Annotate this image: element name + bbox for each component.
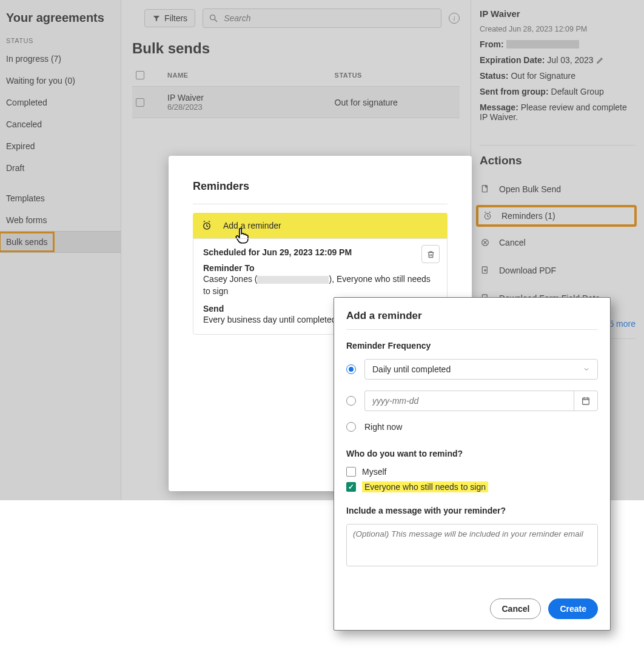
col-name: NAME [167, 72, 335, 79]
table-row[interactable]: IP Waiver 6/28/2023 Out for signature [132, 86, 460, 118]
sidebar-item-templates[interactable]: Templates [0, 187, 121, 209]
create-button[interactable]: Create [548, 598, 598, 619]
freq-radio-now[interactable] [346, 422, 356, 432]
reminder-to-label: Reminder To [203, 263, 437, 273]
group-label: Sent from group: [480, 87, 549, 96]
sidebar-item-inprogress[interactable]: In progress (7) [0, 48, 121, 70]
freq-radio-daily[interactable] [346, 364, 356, 374]
det-title: IP Waiver [480, 8, 636, 19]
cancel-icon [480, 237, 491, 248]
freq-radio-date[interactable] [346, 396, 356, 406]
chk-everyone[interactable] [346, 482, 356, 492]
row-date: 6/28/2023 [167, 102, 335, 112]
select-all-checkbox[interactable] [136, 71, 144, 79]
reminder-to-value: Casey Jones (), Everyone who still needs… [203, 273, 437, 298]
exp-label: Expiration Date: [480, 55, 545, 65]
download-icon [480, 265, 491, 276]
sidebar-item-waiting[interactable]: Waiting for you (0) [0, 70, 121, 92]
sidebar-item-draft[interactable]: Draft [0, 157, 121, 179]
open-icon [480, 184, 491, 195]
page-title: Your agreements [0, 0, 121, 37]
sidebar-item-expired[interactable]: Expired [0, 135, 121, 157]
action-open-bulk-send[interactable]: Open Bulk Send [480, 178, 636, 200]
from-value-redacted [506, 40, 579, 49]
scheduled-label: Scheduled for Jun 29, 2023 12:09 PM [203, 247, 437, 257]
frequency-select[interactable]: Daily until completed [364, 359, 598, 380]
action-reminders[interactable]: Reminders (1) [477, 206, 636, 226]
who-label: Who do you want to remind? [346, 449, 598, 458]
myself-label: Myself [362, 467, 386, 477]
svg-line-1 [215, 19, 217, 22]
sidebar-item-webforms[interactable]: Web forms [0, 209, 121, 231]
clock-icon [201, 220, 212, 231]
message-label: Include a message with your reminder? [346, 506, 598, 515]
message-textarea[interactable] [346, 524, 598, 566]
action-cancel[interactable]: Cancel [480, 232, 636, 253]
popover-title: Add a reminder [346, 310, 598, 330]
row-status: Out for signature [335, 98, 456, 107]
sidebar-item-completed[interactable]: Completed [0, 92, 121, 113]
actions-heading: Actions [480, 145, 636, 167]
info-icon[interactable]: i [449, 13, 460, 24]
clock-icon [482, 210, 493, 221]
status-section-label: STATUS [0, 37, 121, 48]
section-heading: Bulk sends [132, 40, 460, 57]
everyone-label: Everyone who still needs to sign [362, 481, 488, 492]
from-label: From: [480, 39, 504, 49]
group-value: Default Group [551, 87, 604, 96]
chk-myself[interactable] [346, 467, 356, 477]
search-icon [209, 13, 218, 23]
search-input[interactable] [203, 8, 441, 28]
status-label: Status: [480, 71, 508, 81]
date-input[interactable] [364, 390, 574, 411]
add-reminder-popover: Add a reminder Reminder Frequency Daily … [334, 297, 611, 631]
sidebar-item-canceled[interactable]: Canceled [0, 113, 121, 135]
det-created: Created Jun 28, 2023 12:09 PM [480, 25, 636, 33]
filters-button[interactable]: Filters [144, 9, 195, 27]
action-download-pdf[interactable]: Download PDF [480, 260, 636, 281]
col-status: STATUS [335, 72, 456, 79]
svg-rect-5 [482, 267, 487, 273]
svg-rect-8 [583, 398, 589, 404]
row-checkbox[interactable] [136, 98, 144, 107]
filter-icon [152, 14, 161, 22]
status-value: Out for Signature [511, 71, 575, 81]
exp-value: Jul 03, 2023 [547, 55, 593, 65]
reminders-title: Reminders [193, 180, 448, 193]
chevron-down-icon [583, 366, 590, 373]
msg-label: Message: [480, 102, 518, 112]
calendar-button[interactable] [574, 390, 598, 411]
delete-reminder-button[interactable] [421, 245, 440, 263]
add-reminder-button[interactable]: Add a reminder [193, 213, 448, 238]
edit-expiration-icon[interactable] [596, 56, 605, 64]
cancel-button[interactable]: Cancel [490, 598, 541, 619]
frequency-label: Reminder Frequency [346, 341, 598, 350]
svg-point-0 [210, 15, 215, 20]
now-label: Right now [364, 422, 402, 432]
sidebar-item-bulksends[interactable]: Bulk sends [0, 231, 121, 253]
row-name: IP Waiver [167, 93, 335, 102]
